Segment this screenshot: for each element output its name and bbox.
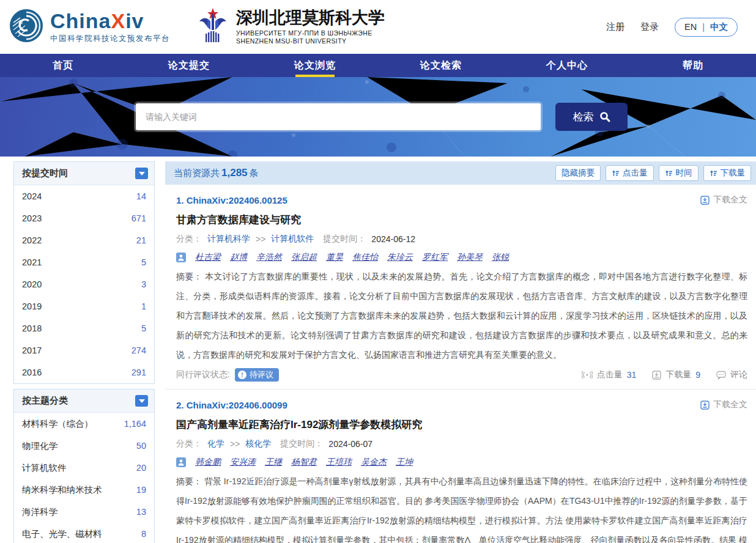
- university-emblem-icon: [197, 7, 229, 47]
- abstract-label: 摘要：: [176, 272, 202, 281]
- result-count-text: 当前资源共1,285条: [174, 167, 259, 179]
- chinaxiv-swirl-icon: [9, 8, 44, 46]
- category-label: 分类：: [176, 438, 202, 449]
- nav-home[interactable]: 首页: [0, 54, 126, 77]
- paper-id-link[interactable]: 2. ChinaXiv:202406.00099: [176, 400, 287, 410]
- category-main-link[interactable]: 计算机科学: [207, 234, 250, 245]
- author-link[interactable]: 王培玮: [326, 457, 352, 468]
- author-link[interactable]: 吴金杰: [361, 457, 387, 468]
- author-link[interactable]: 杨智君: [291, 457, 317, 468]
- magnifier-icon: [599, 111, 610, 122]
- author-link[interactable]: 王坤: [396, 457, 413, 468]
- register-link[interactable]: 注册: [606, 21, 624, 33]
- year-filter-2017[interactable]: 2017274: [14, 339, 154, 361]
- author-icon: [176, 253, 186, 262]
- author-link[interactable]: 张锐: [492, 252, 509, 263]
- exclamation-icon: !: [238, 371, 246, 379]
- author-link[interactable]: 孙美琴: [457, 252, 483, 263]
- year-filter-2023[interactable]: 2023671: [14, 207, 154, 229]
- download-fulltext-link[interactable]: 下载全文: [700, 194, 747, 205]
- year-filter-2018[interactable]: 20185: [14, 317, 154, 339]
- year-filter-2020[interactable]: 20203: [14, 273, 154, 295]
- collapse-time-button[interactable]: [135, 168, 148, 179]
- subject-filter-software[interactable]: 计算机软件20: [14, 457, 154, 479]
- author-link[interactable]: 杜吉梁: [195, 252, 221, 263]
- author-link[interactable]: 王继: [265, 457, 282, 468]
- submit-time-label: 提交时间：: [280, 438, 323, 449]
- hits-stat: 点击量31: [582, 369, 637, 380]
- lang-separator: |: [702, 22, 705, 32]
- year-filter-2022[interactable]: 202221: [14, 229, 154, 251]
- author-link[interactable]: 辛浩然: [256, 252, 282, 263]
- submit-date: 2024-06-07: [328, 439, 372, 449]
- category-separator: >>: [256, 234, 265, 244]
- lang-en[interactable]: EN: [684, 22, 697, 32]
- collapse-subject-button[interactable]: [135, 395, 148, 407]
- review-status-badge: ! 待评议: [235, 368, 279, 382]
- subject-filter-materials[interactable]: 材料科学（综合）1,164: [14, 413, 154, 435]
- chevron-down-icon: [139, 399, 145, 406]
- author-link[interactable]: 焦佳怡: [352, 252, 378, 263]
- sort-asc-icon: [710, 169, 717, 177]
- sort-by-hits-button[interactable]: 点击量: [606, 165, 654, 181]
- download-icon: [652, 371, 661, 380]
- year-filter-2021[interactable]: 20215: [14, 251, 154, 273]
- search-button-label: 检索: [573, 110, 594, 124]
- chinaxiv-wordmark: ChinaXiv: [50, 10, 170, 31]
- author-link[interactable]: 赵博: [230, 252, 247, 263]
- university-name-ru: УНИВЕРСИТЕТ МГУ-ППИ В ШЭНЬЧЖЭНЕ: [236, 29, 385, 37]
- login-link[interactable]: 登录: [640, 21, 659, 33]
- category-separator: >>: [230, 439, 240, 449]
- author-link[interactable]: 韩金鹏: [195, 457, 221, 468]
- category-sub-link[interactable]: 核化学: [245, 438, 271, 449]
- paper-title-link[interactable]: 甘肃方言数据库建设与研究: [176, 213, 747, 227]
- university-name-en: SHENZHEN MSU-BIT UNIVERSITY: [236, 37, 385, 45]
- author-link[interactable]: 朱珍云: [387, 252, 413, 263]
- hits-icon: [582, 371, 593, 379]
- category-label: 分类：: [176, 234, 202, 245]
- submit-date: 2024-06-12: [371, 234, 415, 244]
- category-main-link[interactable]: 化学: [207, 438, 224, 449]
- nav-browse[interactable]: 论文浏览: [252, 54, 378, 77]
- filter-by-time-box: 按提交时间 202414 2023671 202221 20215 20203 …: [13, 161, 155, 384]
- nav-personal-center[interactable]: 个人中心: [504, 54, 630, 77]
- paper-abstract: 摘要： 本文讨论了方言数据库的重要性，现状，以及未来的发展趋势。首先，论文介绍了…: [176, 267, 747, 364]
- hide-abstract-button[interactable]: 隐藏摘要: [555, 165, 601, 181]
- university-logo[interactable]: 深圳北理莫斯科大学 УНИВЕРСИТЕТ МГУ-ППИ В ШЭНЬЧЖЭН…: [197, 7, 385, 47]
- author-link[interactable]: 董昊: [326, 252, 343, 263]
- nav-search[interactable]: 论文检索: [378, 54, 504, 77]
- author-link[interactable]: 罗红军: [422, 252, 448, 263]
- download-fulltext-link[interactable]: 下载全文: [700, 399, 747, 410]
- university-name-cn: 深圳北理莫斯科大学: [236, 9, 385, 28]
- comment-icon: [716, 371, 726, 380]
- subject-filter-electronics[interactable]: 电子、光学、磁材料8: [14, 523, 154, 543]
- author-link[interactable]: 安兴涛: [230, 457, 256, 468]
- main-nav: 首页 论文提交 论文浏览 论文检索 个人中心 帮助: [0, 54, 756, 77]
- paper-id-link[interactable]: 1. ChinaXiv:202406.00125: [176, 195, 287, 205]
- paper-title-link[interactable]: 国产高剂量率近距离治疗Ir-192源剂量学参数模拟研究: [176, 418, 747, 432]
- review-status-label: 同行评议状态:: [176, 369, 230, 380]
- filter-sidebar: 按提交时间 202414 2023671 202221 20215 20203 …: [13, 161, 155, 543]
- year-filter-2019[interactable]: 20191: [14, 295, 154, 317]
- nav-submit[interactable]: 论文提交: [126, 54, 252, 77]
- search-button[interactable]: 检索: [555, 103, 628, 131]
- abstract-label: 摘要：: [176, 476, 202, 486]
- subject-filter-physchem[interactable]: 物理化学50: [14, 435, 154, 457]
- sort-by-time-button[interactable]: 时间: [659, 165, 699, 181]
- keyword-search-input[interactable]: [136, 103, 541, 130]
- subject-filter-nano[interactable]: 纳米科学和纳米技术19: [14, 479, 154, 501]
- page-header: ChinaXiv 中国科学院科技论文预发布平台 深圳北理莫斯科大学 УН: [0, 0, 756, 54]
- year-filter-2016[interactable]: 2016291: [14, 361, 154, 383]
- result-toolbar: 当前资源共1,285条 隐藏摘要 点击量 时间 下载量: [165, 161, 756, 185]
- category-sub-link[interactable]: 计算机软件: [271, 234, 314, 245]
- lang-zh[interactable]: 中文: [710, 21, 728, 33]
- chinaxiv-logo[interactable]: ChinaXiv 中国科学院科技论文预发布平台: [9, 8, 170, 46]
- subject-filter-ocean[interactable]: 海洋科学13: [14, 501, 154, 523]
- sort-by-downloads-button[interactable]: 下载量: [703, 165, 752, 181]
- year-filter-2024[interactable]: 202414: [14, 185, 154, 207]
- nav-help[interactable]: 帮助: [630, 54, 756, 77]
- language-switcher[interactable]: EN | 中文: [675, 18, 738, 37]
- comment-link[interactable]: 评论: [716, 369, 747, 380]
- paper-item-2: 2. ChinaXiv:202406.00099 下载全文 国产高剂量率近距离治…: [165, 389, 756, 543]
- author-link[interactable]: 张启超: [291, 252, 317, 263]
